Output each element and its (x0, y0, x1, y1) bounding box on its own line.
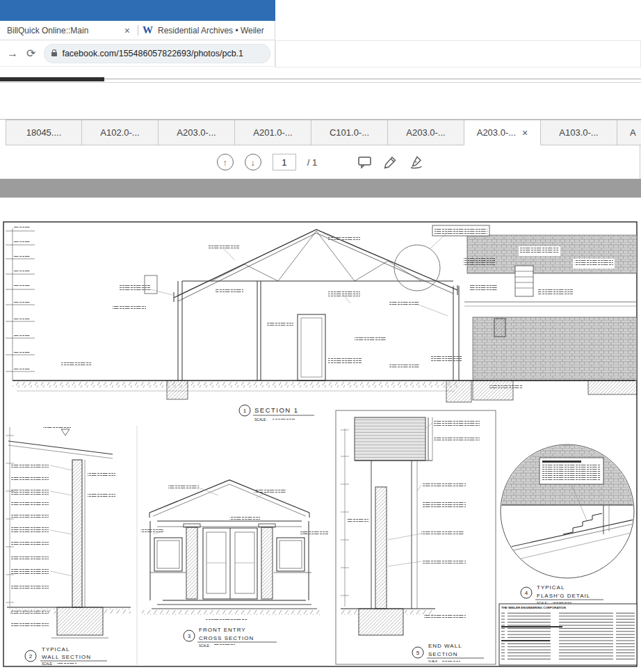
svg-text:SCALE :: SCALE : (428, 659, 439, 663)
browser-tabstrip: BillQuick Online::Main × W Residential A… (0, 21, 275, 40)
svg-text:5: 5 (416, 650, 420, 656)
svg-text:SCALE :: SCALE : (254, 417, 268, 422)
company-name: THE WEILER ENGINEERING CORPORATION (501, 606, 566, 609)
doc-tab-a203-active[interactable]: A203.0-... × (464, 120, 541, 145)
svg-text:SCALE :: SCALE : (42, 662, 54, 666)
ladder-detail (515, 266, 533, 296)
address-bar[interactable]: facebook.com/155486057822693/photos/pcb.… (44, 44, 270, 63)
close-icon[interactable]: × (122, 26, 132, 35)
page-total-label: / 1 (307, 157, 317, 168)
browser-tab-billquick[interactable]: BillQuick Online::Main × (0, 21, 138, 40)
browser-tab-title: BillQuick Online::Main (7, 26, 88, 35)
browser-tab-title: Residential Archives • Weiler (158, 26, 264, 35)
svg-text:TYPICAL: TYPICAL (42, 646, 70, 653)
browser-navbar: → ⟳ facebook.com/155486057822693/photos/… (0, 40, 275, 67)
highlighter-icon[interactable] (383, 155, 398, 169)
divider-line (0, 82, 641, 83)
doc-tab-a203-a[interactable]: A203.0-... (159, 120, 235, 145)
background-pane (275, 40, 641, 67)
drawing-sheet: 1 SECTION 1 SCALE : (3, 220, 638, 671)
page-number-input[interactable] (273, 154, 296, 170)
comment-icon[interactable] (357, 155, 372, 169)
sign-pen-icon[interactable] (409, 155, 424, 169)
doc-tab-a102[interactable]: A102.0-... (82, 120, 159, 145)
screen: BillQuick Online::Main × W Residential A… (0, 0, 641, 672)
divider-dark-segment (0, 77, 104, 81)
svg-text:SECTION: SECTION (428, 651, 458, 657)
svg-text:FRONT ENTRY: FRONT ENTRY (199, 627, 246, 633)
svg-text:2: 2 (29, 653, 33, 659)
pdf-gray-bar (0, 179, 641, 198)
doc-tab-18045[interactable]: 18045.... (6, 120, 82, 145)
forward-icon[interactable]: → (7, 48, 18, 59)
page-down-button[interactable]: ↓ (245, 154, 261, 170)
reload-icon[interactable]: ⟳ (26, 48, 35, 59)
lock-icon (51, 52, 57, 56)
pdf-toolbar: ↑ ↓ / 1 (0, 145, 641, 179)
browser-titlebar (0, 0, 275, 21)
svg-text:4: 4 (525, 590, 528, 596)
svg-text:END WALL: END WALL (428, 643, 462, 649)
doc-tab-a103[interactable]: A103.0-... (541, 120, 617, 145)
pdf-doc-tabs: 18045.... A102.0-... A203.0-... A201.0-.… (0, 120, 641, 145)
svg-text:CROSS SECTION: CROSS SECTION (199, 635, 254, 641)
svg-text:SECTION 1: SECTION 1 (254, 406, 299, 414)
fine-print-lines (501, 611, 635, 661)
weiler-favicon-icon: W (143, 24, 153, 36)
svg-text:1: 1 (243, 408, 247, 414)
close-icon[interactable]: × (522, 128, 528, 138)
svg-text:TYPICAL: TYPICAL (537, 584, 565, 591)
browser-tab-residential-archives[interactable]: W Residential Archives • Weiler (138, 21, 275, 40)
doc-tab-c101[interactable]: C101.0-... (311, 120, 388, 145)
svg-text:WALL SECTION: WALL SECTION (42, 654, 91, 660)
title-block: THE WEILER ENGINEERING CORPORATION (499, 604, 637, 665)
doc-tab-a201[interactable]: A201.0-... (235, 120, 311, 145)
doc-tab-clipped[interactable]: A (617, 120, 641, 145)
doc-tab-a203-b[interactable]: A203.0-... (388, 120, 464, 145)
svg-text:FLASH'G DETAIL: FLASH'G DETAIL (537, 593, 590, 599)
svg-text:SCALE :: SCALE : (199, 644, 211, 648)
svg-text:3: 3 (188, 633, 191, 639)
url-text: facebook.com/155486057822693/photos/pcb.… (62, 49, 243, 58)
page-up-button[interactable]: ↑ (217, 154, 234, 170)
